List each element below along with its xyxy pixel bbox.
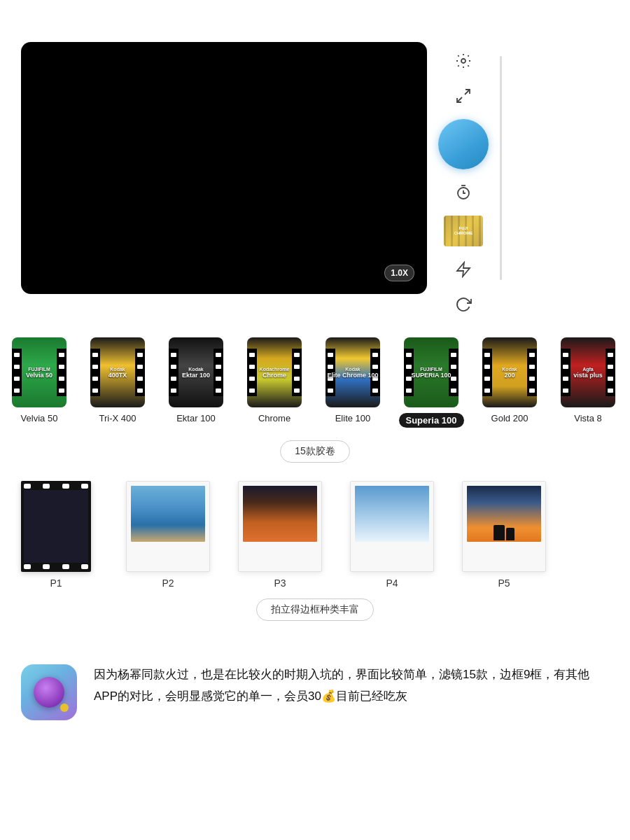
film-item-chrome[interactable]: KodachromeChromeChrome (235, 337, 314, 428)
review-section: 因为杨幂同款火过，也是在比较火的时期入坑的，界面比较简单，滤镜15款，边框9框，… (0, 636, 630, 748)
polaroid-label-p2: P2 (162, 578, 174, 589)
app-icon-dot (60, 704, 69, 712)
film-canister-velvia50: FUJIFILMVelvia 50 (12, 337, 66, 407)
film-item-superia100[interactable]: FUJIFILMSUPERIA 100Superia 100 (392, 337, 470, 428)
film-label-gold200: Gold 200 (491, 413, 528, 424)
polaroid-frame-p2 (126, 481, 210, 572)
film-item-vista[interactable]: Agfavista plusVista 8 (549, 337, 627, 428)
film-strip-scroll: FUJIFILMVelvia 50Velvia 50Kodak400TXTri-… (0, 337, 630, 432)
settings-icon[interactable] (451, 49, 475, 73)
film-label-velvia50: Velvia 50 (21, 413, 58, 424)
flash-icon[interactable] (451, 258, 475, 281)
camera-section: 1.0X FUJICHROME (0, 0, 630, 330)
film-canister-ektar100: KodakEktar 100 (169, 337, 223, 407)
film-item-gold200[interactable]: Kodak200Gold 200 (470, 337, 549, 428)
polaroid-frame-p5 (462, 481, 546, 572)
film-canister-vista: Agfavista plus (561, 337, 615, 407)
film-label-vista: Vista 8 (574, 413, 602, 424)
polaroid-frame-p4 (350, 481, 434, 572)
film-canister-superia100: FUJIFILMSUPERIA 100 (404, 337, 458, 407)
polaroid-frame-p1 (21, 481, 91, 572)
film-item-trix400[interactable]: Kodak400TXTri-X 400 (78, 337, 157, 428)
film-strip-section: FUJIFILMVelvia 50Velvia 50Kodak400TXTri-… (0, 330, 630, 477)
polaroid-item-p1[interactable]: P1 (0, 481, 112, 589)
polaroid-label-p5: P5 (498, 578, 510, 589)
film-canister-gold200: Kodak200 (482, 337, 537, 407)
rotate-icon[interactable] (451, 293, 475, 316)
film-label-chrome: Chrome (258, 413, 290, 424)
polaroid-label-p3: P3 (274, 578, 286, 589)
polaroid-item-p3[interactable]: P3 (224, 481, 336, 589)
vertical-divider (500, 56, 502, 280)
svg-line-1 (465, 90, 470, 94)
shutter-button[interactable] (438, 119, 489, 169)
film-count-badge: 15款胶卷 (280, 440, 350, 463)
film-label-ektar100: Ektar 100 (176, 413, 216, 424)
film-canister-chrome: KodachromeChrome (247, 337, 302, 407)
film-item-velvia50[interactable]: FUJIFILMVelvia 50Velvia 50 (0, 337, 78, 428)
film-label-elite100: Elite 100 (335, 413, 371, 424)
svg-line-2 (457, 97, 462, 102)
camera-viewfinder: 1.0X (21, 42, 427, 294)
review-text: 因为杨幂同款火过，也是在比较火的时期入坑的，界面比较简单，滤镜15款，边框9框，… (94, 664, 609, 707)
polaroid-label-p4: P4 (386, 578, 398, 589)
polaroid-section: P1P2P3P4P5 拍立得边框种类丰富 (0, 477, 630, 636)
film-item-ektar100[interactable]: KodakEktar 100Ektar 100 (157, 337, 235, 428)
app-icon-circle (34, 677, 64, 708)
polaroid-badge: 拍立得边框种类丰富 (256, 598, 374, 621)
polaroid-scroll: P1P2P3P4P5 (0, 481, 630, 589)
film-item-elite100[interactable]: KodakElite Chrome 100Elite 100 (314, 337, 392, 428)
film-roll-thumbnail[interactable]: FUJICHROME (444, 216, 483, 246)
expand-icon[interactable] (451, 84, 475, 108)
film-canister-elite100: KodakElite Chrome 100 (326, 337, 380, 407)
zoom-badge[interactable]: 1.0X (384, 265, 414, 281)
polaroid-item-p2[interactable]: P2 (112, 481, 224, 589)
polaroid-label-p1: P1 (50, 578, 62, 589)
polaroid-frame-p3 (238, 481, 322, 572)
film-canister-trix400: Kodak400TX (90, 337, 145, 407)
camera-controls-column: FUJICHROME (438, 42, 489, 316)
polaroid-item-p5[interactable]: P5 (448, 481, 560, 589)
svg-marker-5 (457, 262, 470, 276)
timer-icon[interactable] (451, 181, 475, 204)
film-label-trix400: Tri-X 400 (99, 413, 136, 424)
film-label-superia100: Superia 100 (399, 413, 464, 428)
app-icon (21, 664, 77, 720)
svg-point-0 (461, 59, 465, 63)
polaroid-item-p4[interactable]: P4 (336, 481, 448, 589)
